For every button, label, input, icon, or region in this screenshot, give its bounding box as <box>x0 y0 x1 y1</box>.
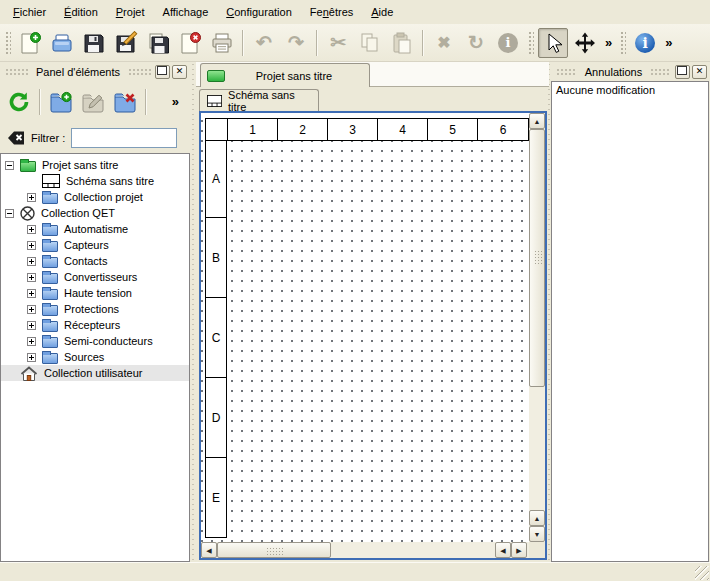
undo-list-item[interactable]: Aucune modification <box>556 84 704 96</box>
edit-category-button[interactable] <box>78 87 108 117</box>
redo-button[interactable]: ↷ <box>281 28 311 58</box>
save-as-button[interactable] <box>111 28 141 58</box>
toolbar-overflow-button-2[interactable]: » <box>662 35 675 50</box>
undo-panel-titlebar[interactable]: Annulations ✕ <box>551 62 710 81</box>
menu-projet[interactable]: Projet <box>107 2 154 22</box>
toolbar-handle[interactable] <box>619 30 626 56</box>
scroll-left-button[interactable]: ◀ <box>201 542 217 558</box>
main-toolbar: ↶ ↷ ✂ ✖ ↻ i <box>0 24 710 62</box>
expand-icon[interactable] <box>27 353 36 362</box>
expand-icon[interactable] <box>27 257 36 266</box>
folder-icon <box>42 222 58 236</box>
menu-configuration[interactable]: Configuration <box>217 2 301 22</box>
tree-item-schema[interactable]: Schéma sans titre <box>1 173 189 189</box>
scroll-down-button[interactable]: ▼ <box>529 526 545 542</box>
clear-filter-icon[interactable] <box>7 130 25 146</box>
tree-item-sources[interactable]: Sources <box>1 349 189 365</box>
window-resize-grip[interactable] <box>695 566 709 580</box>
expand-icon[interactable] <box>27 225 36 234</box>
diagram-vscrollbar[interactable]: ▲ ▲ ▼ <box>529 113 545 542</box>
tree-item-collection-utilisateur[interactable]: Collection utilisateur <box>1 365 189 381</box>
tree-item-label: Collection projet <box>64 191 143 203</box>
expand-icon[interactable] <box>27 289 36 298</box>
tab-schema[interactable]: Schéma sans titre <box>199 89 319 111</box>
expand-icon[interactable] <box>27 305 36 314</box>
tree-item-recepteurs[interactable]: Récepteurs <box>1 317 189 333</box>
tree-item-collection-qet[interactable]: Collection QET <box>1 205 189 221</box>
tree-item-contacts[interactable]: Contacts <box>1 253 189 269</box>
toolbar-separator <box>242 30 244 56</box>
scroll-up-button-2[interactable]: ▲ <box>529 510 545 526</box>
menu-fenetres[interactable]: Fenêtres <box>301 2 362 22</box>
move-tool-button[interactable] <box>570 28 600 58</box>
rotate-button[interactable]: ↻ <box>461 28 491 58</box>
panel-overflow-button[interactable]: » <box>169 94 182 109</box>
delete-button[interactable]: ✖ <box>429 28 459 58</box>
close-file-button[interactable] <box>175 28 205 58</box>
tree-item-capteurs[interactable]: Capteurs <box>1 237 189 253</box>
project-icon <box>207 70 225 82</box>
dock-float-button[interactable] <box>155 65 170 79</box>
diagram-hscrollbar[interactable]: ◀ ◀ ▶ <box>201 542 529 558</box>
save-all-button[interactable] <box>143 28 173 58</box>
tree-item-project[interactable]: Projet sans titre <box>1 157 189 173</box>
scroll-up-button[interactable]: ▲ <box>529 113 545 129</box>
undo-history-list[interactable]: Aucune modification <box>551 81 709 562</box>
qet-logo-icon <box>20 206 35 221</box>
expand-icon[interactable] <box>27 193 36 202</box>
cut-button[interactable]: ✂ <box>323 28 353 58</box>
menu-affichage[interactable]: Affichage <box>154 2 218 22</box>
menu-aide[interactable]: Aide <box>362 2 402 22</box>
vscroll-thumb[interactable] <box>529 129 545 387</box>
copy-button[interactable] <box>355 28 385 58</box>
expand-icon[interactable] <box>27 241 36 250</box>
tree-item-protections[interactable]: Protections <box>1 301 189 317</box>
toolbar-handle[interactable] <box>527 30 534 56</box>
folder-icon <box>42 190 58 204</box>
dock-float-button[interactable] <box>675 65 690 79</box>
scroll-right-button[interactable]: ▶ <box>511 542 527 558</box>
copy-icon <box>358 31 382 55</box>
project-tab-bar: Projet sans titre <box>196 62 549 87</box>
select-tool-button[interactable] <box>538 28 568 58</box>
element-info-button[interactable]: i <box>493 28 523 58</box>
filter-input[interactable] <box>71 128 177 148</box>
expand-icon[interactable] <box>27 321 36 330</box>
tree-item-automatisme[interactable]: Automatisme <box>1 221 189 237</box>
collapse-icon[interactable] <box>5 209 14 218</box>
tree-item-convertisseurs[interactable]: Convertisseurs <box>1 269 189 285</box>
hscroll-thumb[interactable] <box>217 542 331 558</box>
menu-fichier[interactable]: Fichier <box>4 2 55 22</box>
toolbar-overflow-button[interactable]: » <box>602 35 615 50</box>
new-project-button[interactable] <box>15 28 45 58</box>
undo-button[interactable]: ↶ <box>249 28 279 58</box>
save-button[interactable] <box>79 28 109 58</box>
delete-category-button[interactable] <box>110 87 140 117</box>
paste-button[interactable] <box>387 28 417 58</box>
move-arrows-icon <box>573 31 597 55</box>
collapse-icon[interactable] <box>5 161 14 170</box>
diagram-info-button[interactable]: i <box>630 28 660 58</box>
tree-item-label: Schéma sans titre <box>66 175 154 187</box>
close-icon: ✕ <box>176 67 184 76</box>
expand-icon[interactable] <box>27 273 36 282</box>
folder-icon <box>42 286 58 300</box>
new-category-button[interactable] <box>46 87 76 117</box>
tree-item-collection-projet[interactable]: Collection projet <box>1 189 189 205</box>
dock-close-button[interactable]: ✕ <box>692 65 707 79</box>
dock-close-button[interactable]: ✕ <box>172 65 187 79</box>
tab-project[interactable]: Projet sans titre <box>200 63 370 87</box>
toolbar-handle[interactable] <box>4 30 11 56</box>
scroll-left-button-2[interactable]: ◀ <box>495 542 511 558</box>
info-icon: i <box>498 33 518 53</box>
open-button[interactable] <box>47 28 77 58</box>
diagram-canvas[interactable]: 1 2 3 4 5 6 A B C D E <box>201 113 529 542</box>
elements-panel-titlebar[interactable]: Panel d'éléments ✕ <box>0 62 190 81</box>
tree-item-label: Semi-conducteurs <box>64 335 153 347</box>
reload-collections-button[interactable] <box>4 87 34 117</box>
tree-item-haute-tension[interactable]: Haute tension <box>1 285 189 301</box>
menu-edition[interactable]: Édition <box>55 2 107 22</box>
tree-item-semi-conducteurs[interactable]: Semi-conducteurs <box>1 333 189 349</box>
print-button[interactable] <box>207 28 237 58</box>
expand-icon[interactable] <box>27 337 36 346</box>
